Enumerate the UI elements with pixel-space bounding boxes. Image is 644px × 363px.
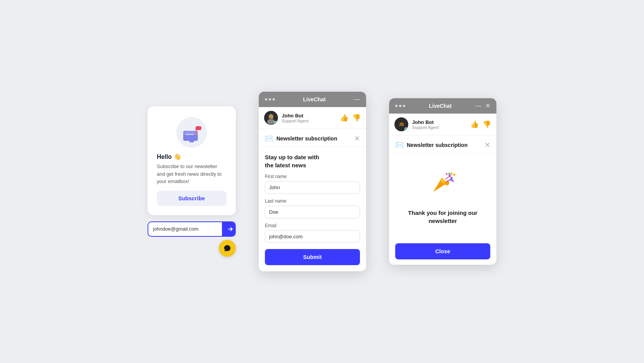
newsletter-title-1: Newsletter subscription [276, 135, 337, 142]
first-name-input[interactable] [265, 181, 360, 194]
thumbs-up-icon-1[interactable]: 👍 [340, 114, 348, 122]
chat-header-1: LiveChat — [259, 92, 366, 107]
agent-bar-2: JB John Bot Support Agent 👍 👎 [389, 114, 496, 135]
svg-rect-17 [448, 172, 450, 174]
last-name-group: Last name [265, 198, 360, 218]
thumbs-down-icon-1[interactable]: 👎 [352, 114, 361, 122]
close-icon-2[interactable]: ✕ [485, 103, 490, 109]
success-text: Thank you for joining our newsletter [395, 209, 490, 225]
chat-header-2: LiveChat — ✕ [389, 98, 496, 114]
chat-title-2: LiveChat [429, 103, 452, 109]
agent-avatar-1: JB [264, 111, 278, 125]
dot-5 [399, 105, 401, 107]
success-body: Thank you for joining our newsletter [389, 153, 496, 238]
agent-online-dot-1 [274, 121, 278, 124]
email-field-1[interactable] [265, 230, 360, 243]
newsletter-close-2[interactable]: ✕ [485, 142, 490, 148]
minimize-icon-2[interactable]: — [475, 103, 481, 109]
header-controls-2: — ✕ [475, 103, 490, 109]
newsletter-card-1: ✉️ Newsletter subscription ✕ Stay up to … [259, 129, 366, 271]
card-desc: Subscribe to our newsletter and get fres… [157, 163, 227, 185]
success-illustration [427, 167, 458, 201]
dot-2 [269, 98, 271, 101]
thumbs-up-icon-2[interactable]: 👍 [470, 120, 479, 129]
newsletter-header-left-1: ✉️ Newsletter subscription [265, 134, 337, 143]
header-dots-2 [395, 105, 405, 107]
newsletter-title-2: Newsletter subscription [407, 142, 468, 148]
thumbs-down-icon-2[interactable]: 👎 [483, 120, 491, 129]
dot-4 [395, 105, 398, 107]
first-name-group: First name [265, 174, 360, 194]
chat-window-1: LiveChat — JB John Bot Support Agent 👍 👎 [259, 92, 366, 271]
agent-info-1: John Bot Support Agent [282, 113, 336, 123]
svg-rect-4 [189, 141, 194, 142]
newsletter-body-1: Stay up to date with the latest news Fir… [259, 147, 366, 271]
svg-rect-1 [186, 134, 194, 135]
agent-name-2: John Bot [412, 119, 467, 125]
agent-role-2: Support Agent [412, 125, 467, 130]
agent-bar-1: JB John Bot Support Agent 👍 👎 [259, 107, 366, 129]
dot-3 [273, 98, 275, 101]
dot-6 [403, 105, 405, 107]
svg-point-16 [453, 173, 455, 176]
chat-title-1: LiveChat [303, 96, 325, 102]
newsletter-close-1[interactable]: ✕ [354, 135, 360, 142]
email-input[interactable] [148, 222, 222, 236]
svg-point-7 [267, 119, 275, 124]
chat-bubble-icon[interactable] [219, 240, 236, 257]
dot-1 [265, 98, 267, 101]
newsletter-footer: Close [389, 238, 496, 265]
header-dots-1 [265, 98, 275, 101]
newsletter-card-2: ✉️ Newsletter subscription ✕ [389, 135, 496, 265]
card-hello: Hello 👋 [157, 153, 227, 160]
envelope-icon-1: ✉️ [265, 134, 273, 143]
agent-online-dot-2 [404, 127, 408, 131]
last-name-input[interactable] [265, 206, 360, 218]
subscribe-card: Hello 👋 Subscribe to our newsletter and … [148, 106, 236, 215]
widget-subscribe: Hello 👋 Subscribe to our newsletter and … [148, 106, 236, 257]
envelope-icon-2: ✉️ [395, 141, 404, 149]
agent-role-1: Support Agent [282, 119, 336, 123]
email-submit-button[interactable] [222, 222, 236, 236]
email-label: Email [265, 223, 360, 228]
chat-window-2: LiveChat — ✕ JB John Bot Support Agent 👍… [389, 98, 496, 265]
newsletter-header-2: ✉️ Newsletter subscription ✕ [389, 135, 496, 153]
svg-rect-15 [446, 173, 448, 175]
agent-avatar-2: JB [394, 117, 408, 131]
newsletter-header-1: ✉️ Newsletter subscription ✕ [259, 129, 366, 147]
email-input-row [148, 221, 236, 237]
last-name-label: Last name [265, 198, 360, 204]
newsletter-tagline-1: Stay up to date with the latest news [265, 153, 360, 169]
newsletter-header-left-2: ✉️ Newsletter subscription [395, 141, 468, 149]
svg-text:JB: JB [399, 122, 404, 127]
agent-actions-2: 👍 👎 [470, 120, 491, 129]
svg-text:JB: JB [269, 115, 274, 119]
close-button[interactable]: Close [395, 243, 490, 259]
minimize-icon-1[interactable]: — [354, 96, 360, 102]
agent-name-1: John Bot [282, 113, 336, 119]
svg-point-12 [449, 174, 451, 177]
card-text: Hello 👋 Subscribe to our newsletter and … [157, 153, 227, 185]
submit-button[interactable]: Submit [265, 249, 360, 265]
agent-info-2: John Bot Support Agent [412, 119, 467, 130]
first-name-label: First name [265, 174, 360, 179]
header-controls-1: — [354, 96, 360, 102]
mailbox-illustration [176, 117, 207, 148]
svg-rect-3 [196, 126, 201, 130]
email-group: Email [265, 223, 360, 243]
subscribe-button[interactable]: Subscribe [157, 191, 227, 206]
agent-actions-1: 👍 👎 [340, 114, 361, 122]
